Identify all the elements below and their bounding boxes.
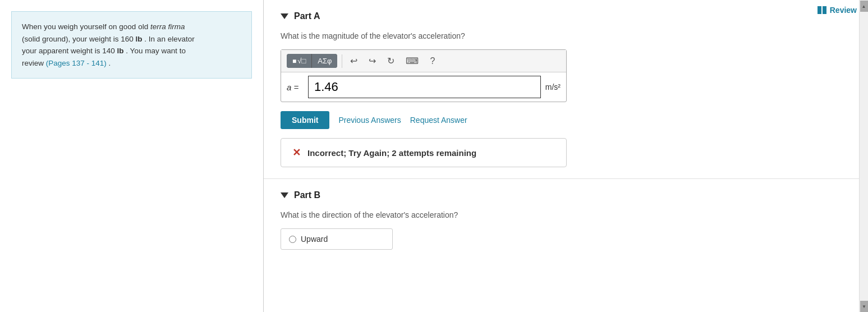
math-input-container: ■ √□ ΑΣφ ↩ ↪ ↻ ⌨ — [281, 49, 567, 102]
help-label: ? — [430, 56, 435, 66]
weight2-value: lb — [117, 47, 124, 55]
feedback-box: ✕ Incorrect; Try Again; 2 attempts remai… — [281, 138, 567, 167]
part-b-question: What is the direction of the elevator's … — [281, 210, 851, 219]
info-text: When you weigh yourself on good old terr… — [22, 22, 195, 67]
left-panel: When you weigh yourself on good old terr… — [0, 0, 264, 312]
review-icon — [818, 6, 826, 14]
scroll-down-arrow: ▼ — [862, 304, 866, 309]
submit-button[interactable]: Submit — [281, 111, 329, 129]
part-a-question: What is the magnitude of the elevator's … — [281, 31, 851, 40]
upward-option[interactable]: Upward — [281, 228, 393, 250]
part-b-title: Part B — [294, 190, 320, 200]
previous-answers-link[interactable]: Previous Answers — [338, 116, 401, 125]
undo-icon: ↩ — [350, 56, 357, 66]
refresh-icon: ↻ — [387, 56, 394, 66]
request-answer-link[interactable]: Request Answer — [410, 116, 467, 125]
right-panel: Review Part A What is the magnitude of t… — [264, 0, 868, 312]
part-b-collapse-icon[interactable] — [281, 192, 288, 198]
scroll-down-button[interactable]: ▼ — [860, 301, 868, 312]
weight1-value: lb — [136, 35, 143, 43]
incorrect-icon: ✕ — [292, 146, 301, 159]
part-a-collapse-icon[interactable] — [281, 13, 288, 19]
help-button[interactable]: ? — [426, 54, 438, 68]
unit-label: m/s² — [545, 82, 561, 91]
terra-firma-italic: terra firma — [150, 22, 185, 31]
part-b-header: Part B — [281, 190, 851, 200]
scroll-up-arrow: ▲ — [862, 4, 866, 9]
refresh-button[interactable]: ↻ — [384, 53, 398, 68]
part-a-header: Part A — [281, 11, 851, 21]
keyboard-icon: ⌨ — [406, 56, 419, 66]
undo-button[interactable]: ↩ — [347, 53, 361, 68]
scroll-track[interactable]: ▲ ▼ — [859, 0, 868, 312]
review-label: Review — [830, 6, 857, 15]
part-a-title: Part A — [294, 11, 320, 21]
part-a-section: Part A What is the magnitude of the elev… — [264, 0, 868, 179]
redo-icon: ↪ — [369, 56, 376, 66]
symbol-button[interactable]: ΑΣφ — [311, 54, 337, 68]
upward-radio[interactable] — [289, 236, 296, 243]
review-button[interactable]: Review — [818, 6, 857, 15]
math-input-row: a = m/s² — [281, 72, 566, 102]
math-template-icon: ■ — [292, 57, 296, 65]
math-btn-group: ■ √□ ΑΣφ — [287, 54, 337, 68]
part-b-section: Part B What is the direction of the elev… — [264, 179, 868, 261]
toolbar-separator-1 — [342, 54, 342, 68]
math-toolbar: ■ √□ ΑΣφ ↩ ↪ ↻ ⌨ — [281, 50, 566, 72]
input-label: a = — [287, 82, 304, 92]
upward-label: Upward — [301, 235, 328, 244]
pages-link[interactable]: (Pages 137 - 141) — [46, 59, 107, 67]
answer-input[interactable] — [308, 76, 541, 98]
math-template-button[interactable]: ■ √□ — [287, 54, 311, 68]
submit-row: Submit Previous Answers Request Answer — [281, 111, 851, 129]
feedback-text: Incorrect; Try Again; 2 attempts remaini… — [307, 148, 476, 158]
math-sqrt-symbol: √□ — [297, 57, 306, 65]
redo-button[interactable]: ↪ — [365, 53, 379, 68]
info-box: When you weigh yourself on good old terr… — [11, 11, 252, 79]
scroll-up-button[interactable]: ▲ — [860, 1, 868, 12]
keyboard-button[interactable]: ⌨ — [402, 53, 422, 68]
symbol-label: ΑΣφ — [318, 57, 332, 65]
